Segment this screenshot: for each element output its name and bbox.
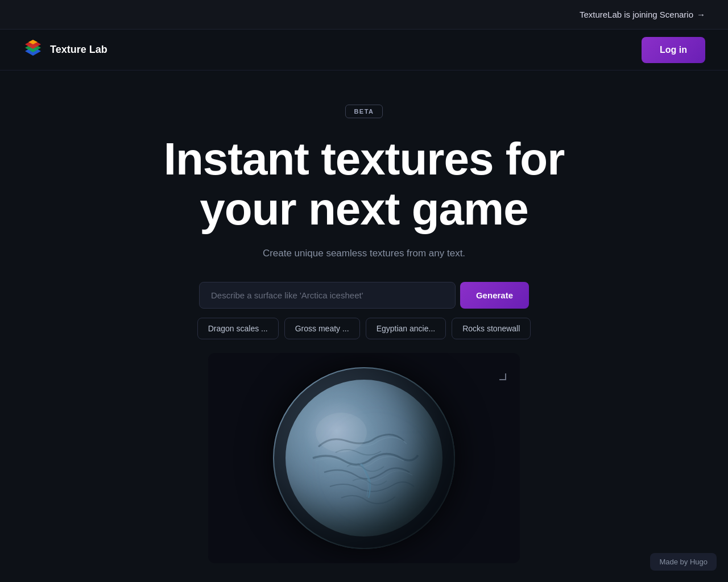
sphere-texture-svg xyxy=(273,367,455,549)
nav-logo[interactable]: Texture Lab xyxy=(23,40,107,60)
preview-area xyxy=(208,353,520,563)
announcement-bar[interactable]: TextureLab is joining Scenario → xyxy=(0,0,728,30)
chip-gross-meaty[interactable]: Gross meaty ... xyxy=(284,318,360,339)
svg-point-6 xyxy=(274,368,454,548)
generate-button[interactable]: Generate xyxy=(460,282,529,309)
login-button[interactable]: Log in xyxy=(642,37,705,63)
search-input[interactable] xyxy=(199,282,456,309)
svg-point-5 xyxy=(316,413,367,452)
chip-dragon-scales[interactable]: Dragon scales ... xyxy=(197,318,279,339)
hero-section: BETA Instant textures for your next game… xyxy=(0,70,728,563)
sphere-preview xyxy=(273,367,455,549)
hero-title-line1: Instant textures for xyxy=(164,134,565,184)
hero-title: Instant textures for your next game xyxy=(164,134,565,234)
chip-egyptian-ancient[interactable]: Egyptian ancie... xyxy=(366,318,446,339)
hero-subtitle: Create unique seamless textures from any… xyxy=(263,248,465,259)
announcement-label: TextureLab is joining Scenario xyxy=(580,10,693,19)
search-section: Generate Dragon scales ... Gross meaty .… xyxy=(0,282,728,339)
made-by-label: Made by Hugo xyxy=(650,553,717,571)
chip-rocks-stonewall[interactable]: Rocks stonewall xyxy=(452,318,531,339)
search-row: Generate xyxy=(199,282,529,309)
hero-title-line2: your next game xyxy=(200,184,528,234)
beta-badge: BETA xyxy=(345,105,382,118)
navigation: Texture Lab Log in xyxy=(0,30,728,70)
logo-text: Texture Lab xyxy=(50,44,107,56)
preview-cursor xyxy=(495,369,506,380)
suggestion-chips: Dragon scales ... Gross meaty ... Egypti… xyxy=(197,318,531,339)
announcement-arrow-icon: → xyxy=(697,10,705,19)
announcement-text: TextureLab is joining Scenario → xyxy=(580,10,705,19)
sphere-mesh xyxy=(273,367,455,549)
logo-icon xyxy=(23,40,43,60)
